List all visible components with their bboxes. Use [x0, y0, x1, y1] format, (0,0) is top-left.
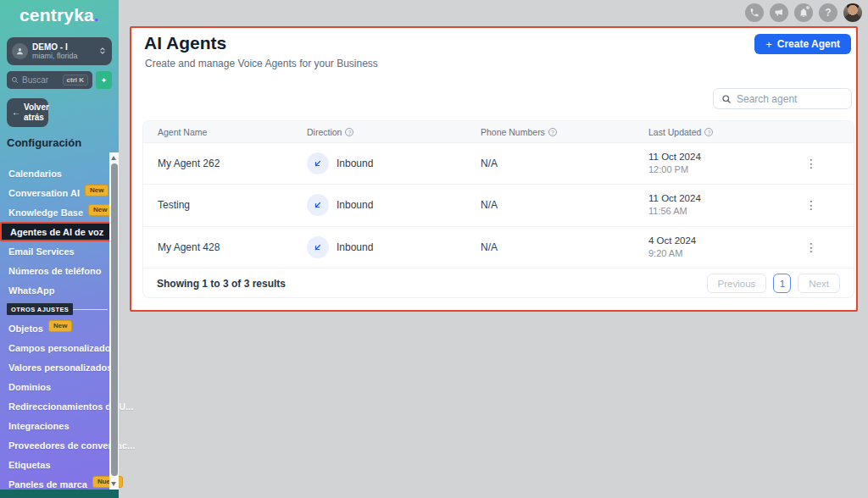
section-divider-label: OTROS AJUSTES — [7, 303, 73, 315]
sidebar-item-redireccionamientos[interactable]: Redireccionamientos de U... — [0, 396, 111, 416]
sidebar-item-label: Dominios — [8, 382, 51, 392]
user-circle-icon — [12, 43, 28, 59]
sidebar-item-label: Paneles de marca — [8, 479, 87, 490]
sidebar-item-knowledge-base[interactable]: Knowledge BaseNew — [0, 202, 111, 222]
sidebar-scrollbar[interactable] — [109, 152, 119, 490]
updated-time: 12:00 PM — [648, 163, 803, 176]
new-badge: New — [85, 185, 108, 196]
scrollbar-thumb[interactable] — [111, 163, 118, 476]
help-circle-icon[interactable]: ? — [548, 128, 557, 136]
sidebar-section-title: Configuración — [7, 136, 81, 149]
section-divider-line — [73, 309, 108, 310]
phone-cell: N/A — [481, 199, 648, 211]
phone-cell: N/A — [481, 241, 648, 253]
sidebar-item-campos-personalizados[interactable]: Campos personalizados — [0, 338, 111, 357]
notification-dot — [806, 6, 810, 9]
help-icon-button[interactable]: ? — [819, 3, 837, 22]
sidebar-item-label: Email Services — [8, 246, 75, 257]
keyboard-shortcut-badge: ctrl K — [63, 75, 88, 86]
sidebar-item-email-services[interactable]: Email Services — [0, 241, 111, 261]
table-row[interactable]: My Agent 262 Inbound N/A 11 Oct 2024 12:… — [143, 142, 854, 184]
megaphone-icon — [774, 8, 784, 18]
updated-date: 11 Oct 2024 — [648, 192, 803, 205]
sidebar-item-label: Calendarios — [8, 169, 62, 179]
agent-search-input[interactable]: Search agent — [713, 88, 852, 109]
sidebar-menu: Calendarios Conversation AINew Knowledge… — [0, 163, 111, 494]
table-row[interactable]: Testing Inbound N/A 11 Oct 2024 11:56 AM… — [143, 184, 854, 225]
current-page-button[interactable]: 1 — [773, 274, 791, 293]
sidebar-item-integraciones[interactable]: Integraciones — [0, 416, 111, 435]
chevron-up-down-icon — [98, 44, 107, 59]
results-summary: Showing 1 to 3 of 3 results — [157, 278, 286, 290]
brand-logo: centryka. — [0, 5, 119, 25]
sidebar-item-label: Agentes de AI de voz — [10, 227, 103, 237]
row-menu-button[interactable]: ⋮ — [803, 241, 820, 254]
sidebar-item-whatsapp[interactable]: WhatsApp — [0, 280, 111, 300]
workspace-name: DEMO - I — [32, 42, 94, 53]
sidebar-item-proveedores-conversacion[interactable]: Proveedores de conversac... — [0, 435, 111, 455]
help-circle-icon[interactable]: ? — [345, 128, 353, 136]
table-row[interactable]: My Agent 428 Inbound N/A 4 Oct 2024 9:20… — [143, 226, 854, 268]
row-menu-button[interactable]: ⋮ — [803, 157, 820, 170]
agents-table: Agent Name Direction? Phone Numbers? Las… — [142, 120, 854, 298]
back-button[interactable]: ← Volver atrás — [7, 98, 48, 127]
sidebar-item-label: Objetos — [8, 324, 43, 334]
updated-time: 11:56 AM — [648, 205, 803, 218]
announcements-icon-button[interactable] — [770, 3, 788, 22]
column-header-phone-numbers: Phone Numbers? — [481, 127, 648, 137]
sidebar-item-dominios[interactable]: Dominios — [0, 377, 111, 396]
sidebar-item-calendarios[interactable]: Calendarios — [0, 163, 111, 183]
back-button-label-line1: Volver — [24, 102, 49, 113]
direction-cell: Inbound — [307, 152, 481, 174]
user-avatar[interactable] — [843, 3, 862, 22]
sidebar-item-agentes-ai-voz[interactable]: Agentes de AI de voz — [0, 222, 111, 241]
search-icon — [11, 76, 19, 84]
sidebar-item-numeros-telefono[interactable]: Números de teléfono — [0, 261, 111, 280]
notifications-bell-icon-button[interactable] — [794, 3, 813, 22]
sidebar-item-conversation-ai[interactable]: Conversation AINew — [0, 183, 111, 202]
sidebar-search-input[interactable]: Buscar ctrl K — [7, 71, 92, 89]
page-subtitle: Create and manage Voice Agents for your … — [145, 58, 378, 69]
topbar: ? — [745, 3, 862, 22]
help-circle-icon[interactable]: ? — [704, 128, 713, 136]
create-agent-button[interactable]: + Create Agent — [754, 34, 851, 54]
arrow-left-icon: ← — [12, 108, 20, 117]
agent-name-cell: My Agent 428 — [158, 241, 307, 253]
sidebar-section-otros-ajustes: OTROS AJUSTES — [0, 300, 111, 318]
sidebar-bottom-strip — [0, 490, 119, 498]
direction-label: Inbound — [337, 199, 373, 211]
scroll-down-arrow-icon[interactable] — [111, 482, 116, 486]
sparkle-icon: ✦ — [101, 76, 108, 85]
column-header-agent-name: Agent Name — [158, 127, 307, 137]
sidebar-item-label: Knowledge Base — [8, 208, 83, 218]
direction-label: Inbound — [337, 241, 373, 253]
scroll-up-arrow-icon[interactable] — [111, 156, 116, 160]
sidebar-item-etiquetas[interactable]: Etiquetas — [0, 455, 111, 474]
direction-cell: Inbound — [307, 194, 481, 216]
last-updated-cell: 4 Oct 2024 9:20 AM — [648, 235, 803, 260]
inbound-arrow-icon — [307, 194, 329, 216]
workspace-switcher[interactable]: DEMO - I miami, florida — [7, 37, 112, 65]
updated-date: 11 Oct 2024 — [648, 151, 803, 163]
last-updated-cell: 11 Oct 2024 11:56 AM — [648, 192, 803, 218]
sidebar-item-objetos[interactable]: ObjetosNew — [0, 318, 111, 338]
phone-icon-button[interactable] — [745, 3, 764, 22]
pagination: Previous 1 Next — [707, 274, 840, 293]
create-agent-label: Create Agent — [777, 38, 840, 50]
direction-label: Inbound — [337, 158, 373, 169]
sidebar-item-label: Conversation AI — [8, 188, 80, 198]
updated-time: 9:20 AM — [648, 247, 803, 260]
sidebar-item-valores-personalizados[interactable]: Valores personalizados — [0, 357, 111, 377]
table-header-row: Agent Name Direction? Phone Numbers? Las… — [143, 121, 854, 142]
last-updated-cell: 11 Oct 2024 12:00 PM — [648, 151, 803, 176]
plus-icon: + — [765, 38, 772, 51]
row-menu-button[interactable]: ⋮ — [803, 198, 820, 212]
agent-search-placeholder: Search agent — [737, 93, 797, 105]
next-page-button[interactable]: Next — [798, 274, 840, 293]
agent-name-cell: Testing — [158, 199, 307, 211]
sidebar-item-label: Integraciones — [8, 421, 70, 431]
ai-sparkle-button[interactable]: ✦ — [96, 71, 112, 89]
previous-page-button[interactable]: Previous — [707, 274, 767, 293]
table-footer: Showing 1 to 3 of 3 results Previous 1 N… — [143, 268, 854, 298]
brand-logo-text: centryka — [19, 5, 94, 25]
